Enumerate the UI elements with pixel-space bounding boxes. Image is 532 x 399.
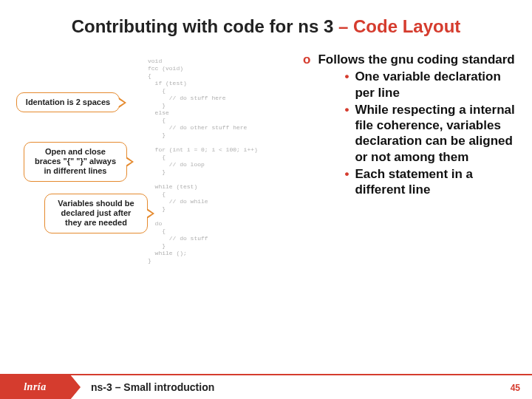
callout-variables: Variables should be declared just after … [44, 194, 148, 233]
logo-text: lnría [24, 381, 47, 393]
code-sample: void fcc (void) { if (test) { // do stuf… [148, 58, 303, 265]
callout-indentation-text: Identation is 2 spaces [26, 98, 110, 106]
footer: lnría ns-3 – Small introduction [0, 374, 532, 399]
content-area: void fcc (void) { if (test) { // do stuf… [0, 52, 532, 347]
page-number: 45 [511, 383, 520, 393]
logo: lnría [0, 375, 70, 399]
callout-braces-text: Open and close braces "{" "}" always in … [35, 147, 116, 175]
footer-title: ns-3 – Small introduction [91, 381, 214, 393]
bullet-item: While respecting a internal file coheren… [344, 102, 517, 165]
bullet-heading-block: Follows the gnu coding standard One vari… [318, 52, 517, 199]
slide-title: Contributing with code for ns 3 – Code L… [0, 16, 532, 37]
bullet-heading: Follows the gnu coding standard [318, 52, 517, 67]
bullet-item: One variable declaration per line [344, 69, 517, 100]
bullet-heading-row: o Follows the gnu coding standard One va… [303, 52, 517, 199]
title-part2: – Code Layout [338, 16, 460, 36]
bullet-item: Each statement in a different line [344, 166, 517, 198]
title-part1: Contributing with code for ns 3 [72, 16, 338, 36]
callout-variables-text: Variables should be declared just after … [58, 199, 134, 227]
bullet-o-mark: o [303, 52, 310, 199]
callout-indentation: Identation is 2 spaces [16, 92, 120, 112]
callout-braces: Open and close braces "{" "}" always in … [24, 142, 127, 182]
bullet-list: One variable declaration per line While … [331, 69, 517, 197]
bullet-panel: o Follows the gnu coding standard One va… [303, 52, 517, 199]
